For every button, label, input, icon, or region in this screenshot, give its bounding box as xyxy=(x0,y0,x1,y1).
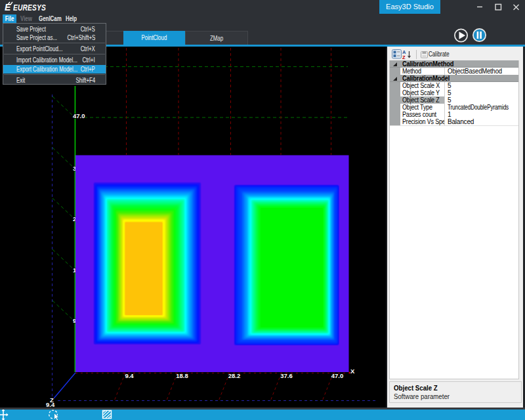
svg-text:X: X xyxy=(350,368,355,375)
svg-text:37.6: 37.6 xyxy=(280,372,293,379)
svg-text:47.0: 47.0 xyxy=(73,112,85,119)
svg-text:18.8: 18.8 xyxy=(176,372,188,379)
svg-text:Z: Z xyxy=(402,54,406,60)
svg-text:47.0: 47.0 xyxy=(331,372,344,379)
svg-text:9.4: 9.4 xyxy=(125,372,134,379)
svg-text:28.2: 28.2 xyxy=(228,372,241,379)
svg-text:9.4: 9.4 xyxy=(46,401,55,408)
